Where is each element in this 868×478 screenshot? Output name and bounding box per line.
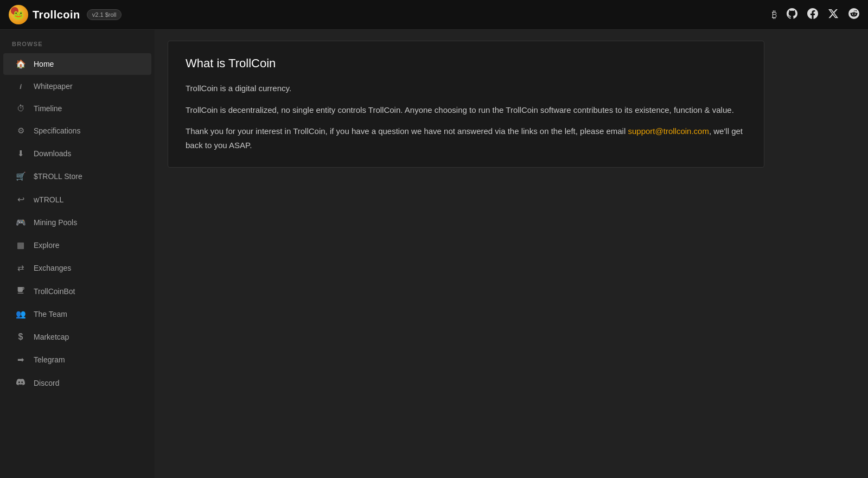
sidebar: BROWSE 🏠 Home i Whitepaper ⏱ Timeline ⚙ … <box>0 30 155 478</box>
sidebar-label-the-team: The Team <box>34 310 67 318</box>
sidebar-label-discord: Discord <box>34 379 59 387</box>
main-content: What is TrollCoin TrollCoin is a digital… <box>155 30 868 478</box>
clock-icon: ⏱ <box>15 104 26 113</box>
home-icon: 🏠 <box>15 59 26 69</box>
sidebar-item-wtroll[interactable]: ↩ wTROLL <box>3 188 151 211</box>
logo-icon: 🐸 <box>9 5 28 24</box>
explore-icon: ▦ <box>15 240 26 250</box>
discord-icon <box>15 378 26 388</box>
email-link[interactable]: support@trollcoin.com <box>628 126 709 136</box>
header-left: 🐸 Trollcoin v2.1 $roll <box>9 5 122 24</box>
bot-icon <box>15 286 26 296</box>
header: 🐸 Trollcoin v2.1 $roll ₿ <box>0 0 868 30</box>
sidebar-label-whitepaper: Whitepaper <box>34 82 73 91</box>
browse-label: BROWSE <box>0 30 155 53</box>
cart-icon: 🛒 <box>15 171 26 181</box>
logo-text: Trollcoin <box>33 9 80 21</box>
sidebar-item-specifications[interactable]: ⚙ Specifications <box>3 120 151 142</box>
download-icon: ⬇ <box>15 149 26 158</box>
sidebar-item-marketcap[interactable]: $ Marketcap <box>3 326 151 348</box>
sidebar-label-troll-store: $TROLL Store <box>34 172 82 181</box>
team-icon: 👥 <box>15 309 26 319</box>
sidebar-label-marketcap: Marketcap <box>34 333 69 341</box>
sidebar-item-telegram[interactable]: ➡ Telegram <box>3 349 151 371</box>
exchange-icon: ⇄ <box>15 263 26 273</box>
header-right: ₿ <box>772 8 859 22</box>
sidebar-item-whitepaper[interactable]: i Whitepaper <box>3 76 151 97</box>
paragraph-3: Thank you for your interest in TrollCoin… <box>186 124 746 152</box>
sidebar-item-discord[interactable]: Discord <box>3 372 151 394</box>
facebook-icon[interactable] <box>807 8 818 22</box>
bitcoin-icon[interactable]: ₿ <box>772 9 777 21</box>
sidebar-label-specifications: Specifications <box>34 126 80 135</box>
sidebar-label-wtroll: wTROLL <box>34 195 63 204</box>
sidebar-label-explore: Explore <box>34 241 59 250</box>
sidebar-label-home: Home <box>34 60 54 68</box>
twitter-icon[interactable] <box>828 8 839 22</box>
marketcap-icon: $ <box>15 332 26 342</box>
sidebar-label-downloads: Downloads <box>34 149 71 158</box>
sidebar-item-trollcoinbot[interactable]: TrollCoinBot <box>3 280 151 302</box>
paragraph-2: TrollCoin is decentralized, no single en… <box>186 103 746 117</box>
sidebar-label-mining-pools: Mining Pools <box>34 218 77 227</box>
sidebar-item-troll-store[interactable]: 🛒 $TROLL Store <box>3 165 151 187</box>
wtroll-icon: ↩ <box>15 194 26 205</box>
sidebar-item-explore[interactable]: ▦ Explore <box>3 234 151 256</box>
content-card: What is TrollCoin TrollCoin is a digital… <box>168 41 764 168</box>
sidebar-item-the-team[interactable]: 👥 The Team <box>3 303 151 325</box>
mining-icon: 🎮 <box>15 218 26 227</box>
sidebar-label-trollcoinbot: TrollCoinBot <box>34 287 75 296</box>
gear-icon: ⚙ <box>15 126 26 136</box>
paragraph-3-text: Thank you for your interest in TrollCoin… <box>186 126 626 136</box>
telegram-icon: ➡ <box>15 355 26 365</box>
github-icon[interactable] <box>787 8 797 22</box>
sidebar-label-timeline: Timeline <box>34 104 62 113</box>
content-title: What is TrollCoin <box>186 56 746 71</box>
paragraph-1: TrollCoin is a digital currency. <box>186 81 746 95</box>
sidebar-label-exchanges: Exchanges <box>34 264 71 272</box>
layout: BROWSE 🏠 Home i Whitepaper ⏱ Timeline ⚙ … <box>0 30 868 478</box>
version-badge: v2.1 $roll <box>87 9 122 20</box>
logo-container[interactable]: 🐸 Trollcoin <box>9 5 80 24</box>
sidebar-item-mining-pools[interactable]: 🎮 Mining Pools <box>3 212 151 233</box>
sidebar-item-exchanges[interactable]: ⇄ Exchanges <box>3 257 151 279</box>
sidebar-item-home[interactable]: 🏠 Home <box>3 53 151 75</box>
sidebar-item-timeline[interactable]: ⏱ Timeline <box>3 98 151 119</box>
reddit-icon[interactable] <box>848 8 859 22</box>
sidebar-item-downloads[interactable]: ⬇ Downloads <box>3 143 151 164</box>
sidebar-label-telegram: Telegram <box>34 355 65 364</box>
info-icon: i <box>15 82 26 91</box>
